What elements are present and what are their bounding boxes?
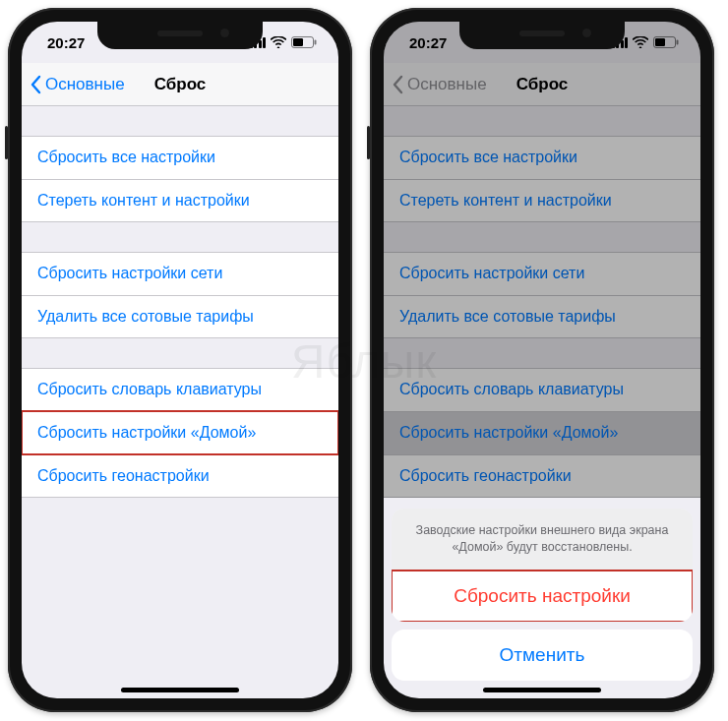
- page-title: Сброс: [154, 75, 207, 94]
- settings-group: Сбросить настройки сети Удалить все сото…: [22, 252, 338, 338]
- back-label: Основные: [45, 75, 125, 94]
- home-indicator: [483, 688, 601, 692]
- wifi-icon: [271, 36, 286, 48]
- action-sheet: Заводские настройки внешнего вида экрана…: [392, 509, 693, 689]
- row-reset-network[interactable]: Сбросить настройки сети: [22, 252, 338, 295]
- back-button[interactable]: Основные: [30, 63, 125, 105]
- modal-dim-overlay: [384, 22, 700, 498]
- row-remove-cellular-plans[interactable]: Удалить все сотовые тарифы: [22, 295, 338, 338]
- settings-group: Сбросить все настройки Стереть контент и…: [22, 136, 338, 222]
- settings-group: Сбросить словарь клавиатуры Сбросить нас…: [22, 368, 338, 498]
- home-indicator: [121, 688, 239, 692]
- chevron-left-icon: [30, 75, 41, 94]
- action-sheet-message: Заводские настройки внешнего вида экрана…: [392, 509, 693, 571]
- svg-rect-2: [315, 40, 317, 45]
- svg-rect-1: [293, 38, 303, 46]
- row-reset-location[interactable]: Сбросить геонастройки: [22, 454, 338, 498]
- row-reset-home-layout[interactable]: Сбросить настройки «Домой»: [22, 411, 338, 454]
- phone-frame-right: 20:27: [370, 8, 714, 712]
- sheet-cancel-button[interactable]: Отменить: [392, 630, 693, 681]
- notch: [459, 22, 625, 49]
- row-erase-content[interactable]: Стереть контент и настройки: [22, 179, 338, 222]
- row-reset-all-settings[interactable]: Сбросить все настройки: [22, 136, 338, 179]
- status-time: 20:27: [47, 34, 85, 51]
- navbar: Основные Сброс: [22, 63, 338, 106]
- notch: [97, 22, 263, 49]
- phone-frame-left: 20:27 Основные: [8, 8, 352, 712]
- row-reset-keyboard-dict[interactable]: Сбросить словарь клавиатуры: [22, 368, 338, 411]
- battery-icon: [291, 36, 317, 48]
- sheet-confirm-button[interactable]: Сбросить настройки: [392, 571, 693, 622]
